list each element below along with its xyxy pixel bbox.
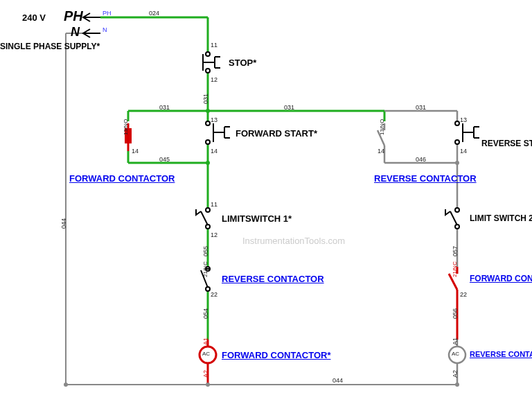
svg-line-64 [201,211,208,225]
wn-21ncb: 21/NC [452,261,458,277]
wn-056: 056 [452,308,459,319]
wn-031b: 031 [159,104,170,111]
wn-13nob: 13/NO [379,119,385,135]
svg-point-65 [455,208,459,212]
n-terminal: N [103,26,107,33]
svg-line-67 [450,211,457,225]
wn-A2b: A2 [452,370,459,378]
wn-11: 11 [211,42,218,49]
wn-044l: 044 [60,218,67,229]
svg-point-48 [206,121,210,125]
wn-12: 12 [211,76,218,83]
wn-14a: 14 [211,148,218,155]
wn-13b: 13 [460,116,467,123]
wn-A1b: A1 [452,337,459,345]
wn-13noa: 13/NO [123,119,129,135]
supply-title: SINGLE PHASE SUPPLY* [0,42,100,51]
forward-contactor-link-2[interactable]: FORWARD CONTACTOR [470,274,532,283]
ac-text-rev: AC [452,351,459,357]
reverse-contactor-link-2[interactable]: REVERSE CONTACTOR [222,274,324,284]
wn-031d: 031 [416,104,426,111]
stop-label: STOP* [229,58,256,68]
forward-contactor-link-1[interactable]: FORWARD CONTACTOR [69,173,175,184]
n-symbol: N [71,25,80,40]
wn-12b: 12 [211,231,218,238]
wn-057: 057 [452,246,459,256]
wn-024: 024 [149,10,159,17]
wn-045: 045 [159,156,170,163]
svg-point-41 [206,52,210,56]
wn-11b: 11 [211,201,218,208]
wn-055: 055 [202,246,209,256]
wn-031c: 031 [284,104,294,111]
wn-A1a: A1 [202,337,209,345]
ph-symbol: PH [64,8,83,24]
reverse-contactor-coil-label[interactable]: REVERSE CONTACTOR* [470,350,532,358]
limitswitch2-label: LIMIT SWITCH 2* [470,213,532,223]
reverse-start-label: REVERSE START* [481,139,532,148]
svg-point-77 [455,383,459,387]
ac-text-fwd: AC [202,351,210,357]
svg-point-55 [455,121,459,125]
forward-contactor-coil-label[interactable]: FORWARD CONTACTOR* [222,350,330,360]
wn-22a: 22 [211,291,218,298]
svg-point-42 [206,69,210,73]
svg-point-73 [206,161,210,165]
wn-14c: 14 [378,148,384,155]
svg-point-72 [206,109,210,113]
voltage-label: 240 V [22,12,46,23]
svg-point-75 [64,383,68,387]
ph-terminal: PH [103,10,112,17]
svg-point-49 [206,140,210,144]
wn-044b: 044 [332,377,343,384]
svg-point-74 [455,161,459,165]
wn-046: 046 [416,156,426,163]
wn-14b: 14 [460,148,467,155]
wn-13a: 13 [211,116,218,123]
wn-14d: 14 [132,148,139,155]
svg-point-56 [455,140,459,144]
wiring-svg [0,0,532,395]
wn-22b: 22 [460,291,467,298]
wn-054: 054 [202,308,209,319]
watermark: InstrumentationTools.com [242,236,345,246]
reverse-contactor-link-1[interactable]: REVERSE CONTACTOR [374,173,477,184]
wn-A2a: A2 [202,370,209,378]
wn-21nca: 21/NC [202,261,209,277]
svg-point-62 [206,208,210,212]
forward-start-label: FORWARD START* [236,128,317,139]
svg-point-76 [206,383,210,387]
limitswitch1-label: LIMITSWITCH 1* [222,213,292,224]
wn-031a: 031 [202,94,209,104]
